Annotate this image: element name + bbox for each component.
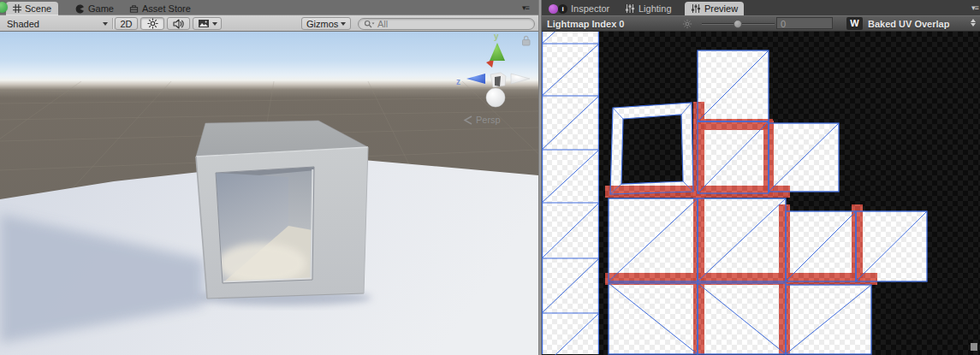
scene-toolbar: Shaded 2D <box>0 15 538 32</box>
tab-label: Game <box>88 3 114 14</box>
axis-z-label: z <box>456 77 460 86</box>
scene-panel: Scene Game Asset Store ▾≡ Shaded <box>0 0 538 355</box>
brightness-icon <box>682 19 692 29</box>
search-placeholder: All <box>377 19 388 29</box>
chevron-down-icon <box>212 22 217 26</box>
unity-editor-window: Scene Game Asset Store ▾≡ Shaded <box>0 0 980 355</box>
lightmap-index-label: Lightmap Index 0 <box>547 19 624 29</box>
axis-front-cone <box>486 88 505 107</box>
sun-icon <box>147 18 158 29</box>
tab-game[interactable]: Game <box>68 2 121 15</box>
tab-label: Asset Store <box>142 3 191 14</box>
shading-mode-dropdown[interactable]: Shaded <box>3 17 111 30</box>
info-icon: i <box>558 4 567 14</box>
tab-preview[interactable]: Preview <box>685 2 744 15</box>
image-effects-icon <box>198 19 210 28</box>
gizmos-dropdown[interactable]: Gizmos <box>301 17 351 30</box>
resize-grip[interactable] <box>971 343 977 351</box>
tab-label: Lighting <box>638 3 672 14</box>
brightness-slider-knob[interactable] <box>734 20 742 28</box>
tab-asset-store[interactable]: Asset Store <box>122 2 198 15</box>
tab-label: Inspector <box>571 3 609 14</box>
uv-layout-render <box>542 32 980 355</box>
dropdown-updown-icon <box>971 19 976 27</box>
tab-label: Scene <box>25 3 51 14</box>
scene-audio-toggle-button[interactable] <box>167 17 190 30</box>
inspector-ball-icon <box>549 4 558 14</box>
2d-label: 2D <box>120 19 132 29</box>
tab-lighting[interactable]: Lighting <box>619 2 678 15</box>
preview-panel-tabbar: i Inspector Lighting Preview ▾≡ <box>542 0 980 15</box>
brightness-slider-track[interactable] <box>702 23 775 25</box>
shading-mode-label: Shaded <box>3 19 39 29</box>
persp-label: Persp <box>476 115 501 125</box>
lightmap-index-value[interactable]: 0 <box>776 17 833 29</box>
sliders-icon <box>625 4 635 13</box>
preview-panel: i Inspector Lighting Preview ▾≡ Lightm <box>542 0 980 355</box>
panel-menu-icon[interactable]: ▾≡ <box>971 3 978 12</box>
game-icon <box>75 4 85 14</box>
tab-inspector[interactable]: i Inspector <box>543 2 615 15</box>
scene-search-field[interactable]: All <box>358 18 535 30</box>
scene-viewport[interactable]: y z Persp <box>0 32 538 355</box>
chevron-down-icon <box>103 22 108 26</box>
chevron-down-icon <box>341 22 346 26</box>
gizmos-label: Gizmos <box>306 19 338 29</box>
uv-overlap-preview <box>542 32 980 355</box>
preview-mode-dropdown[interactable]: Baked UV Overlap <box>868 19 949 29</box>
axis-y-label: y <box>494 32 499 41</box>
scene-panel-tabbar: Scene Game Asset Store ▾≡ <box>0 0 538 15</box>
cube-mesh <box>196 121 368 299</box>
panel-menu-icon[interactable]: ▾≡ <box>522 3 529 12</box>
scene-3d-render: y z Persp <box>0 32 538 355</box>
tab-label: Preview <box>704 3 738 14</box>
scene-grid-icon <box>13 4 21 13</box>
scene-effects-dropdown-button[interactable] <box>193 17 222 30</box>
asset-store-icon <box>129 4 139 14</box>
scene-lighting-toggle-button[interactable] <box>140 17 164 30</box>
sliders-icon <box>691 4 701 13</box>
2d-toggle-button[interactable]: 2D <box>115 17 138 30</box>
search-icon <box>364 20 375 29</box>
toolbar-separator <box>112 18 113 29</box>
lightmap-toolbar: Lightmap Index 0 0 W Baked UV Overlap <box>542 15 980 32</box>
tab-scene[interactable]: Scene <box>6 2 58 15</box>
w-badge[interactable]: W <box>846 17 863 30</box>
speaker-icon <box>173 19 184 29</box>
